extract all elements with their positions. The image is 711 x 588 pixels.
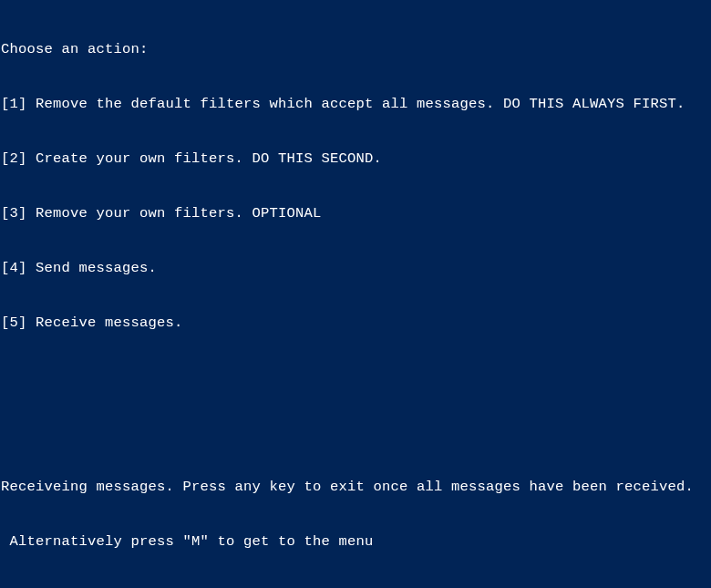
menu-item-2: [2] Create your own filters. DO THIS SEC… [1, 150, 710, 168]
menu-item-3: [3] Remove your own filters. OPTIONAL [1, 204, 710, 222]
menu-item-1: [1] Remove the default filters which acc… [1, 95, 710, 113]
terminal-output[interactable]: Choose an action: [1] Remove the default… [1, 4, 710, 588]
menu-prompt: Choose an action: [1, 40, 710, 58]
blank-line [1, 423, 710, 441]
blank-line [1, 368, 710, 387]
status-line-1: Receiveing messages. Press any key to ex… [1, 478, 710, 496]
status-line-2: Alternatively press "M" to get to the me… [1, 532, 710, 551]
menu-item-4: [4] Send messages. [1, 259, 710, 277]
menu-item-5: [5] Receive messages. [1, 314, 710, 332]
